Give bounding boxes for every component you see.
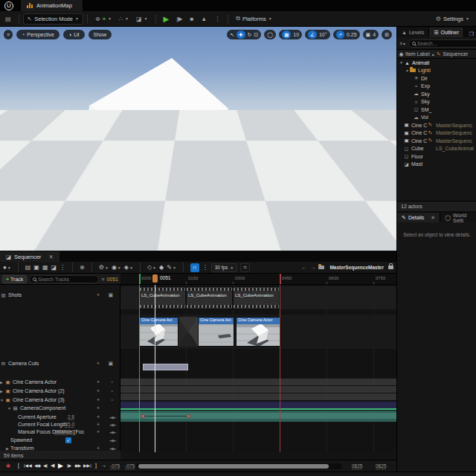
spawned-section[interactable] xyxy=(120,402,396,408)
shot-clip-1[interactable]: LS_CubeAnimation xyxy=(139,286,186,309)
outliner-row[interactable]: ☁Vol xyxy=(397,114,476,122)
viewport[interactable]: ≡ ◔Perspective ◑Lit Show ↖ ✚ ↻ ⊡ ◯ ▦10 ∠… xyxy=(0,27,396,251)
outliner-row-floor[interactable]: ◻Floor xyxy=(397,152,476,161)
next-key-button[interactable]: ◆▶ xyxy=(74,463,81,468)
add-actor-button[interactable]: ⊕+▼ xyxy=(91,13,115,25)
track-cine-camera-2[interactable]: ▶▣Cine Camera Actor (2)+▫ xyxy=(0,387,120,395)
playhead-line[interactable] xyxy=(155,285,155,452)
selection-mode-dropdown[interactable]: ↖ Selection Mode ▼ xyxy=(23,13,83,25)
camera3-section-bar[interactable] xyxy=(143,364,188,370)
spawned-checkbox[interactable]: ✓ xyxy=(65,437,71,443)
fps-dropdown[interactable]: 30 fps▼ xyxy=(211,263,238,272)
shot-clip-3[interactable]: LS_CubeAnimation xyxy=(233,286,280,309)
view-range-start-field[interactable]: -075 xyxy=(110,463,120,469)
key-nav[interactable]: ◂◆▸ xyxy=(109,415,116,419)
play-forward-button[interactable]: ▶ xyxy=(58,462,63,469)
track-filter-icon[interactable]: ≡ xyxy=(101,277,104,282)
unreal-logo-icon[interactable]: U xyxy=(4,1,13,10)
aperture-section[interactable] xyxy=(120,379,396,385)
camera-lock-icon[interactable]: ▣ xyxy=(108,361,113,367)
eject-button[interactable]: ▲ xyxy=(197,13,210,25)
track-search[interactable] xyxy=(29,275,99,283)
lock-icon[interactable] xyxy=(388,266,393,269)
tab-world-settings[interactable]: ◯World Setti xyxy=(440,213,476,222)
play-reverse-button[interactable]: ◀ xyxy=(51,463,54,469)
render-movie-button[interactable]: ◪ xyxy=(51,264,57,271)
track-search-input[interactable] xyxy=(38,277,95,282)
playback-end-marker[interactable] xyxy=(280,274,281,285)
select-tool-icon[interactable]: ↖ xyxy=(230,32,234,38)
camera-lock-icon[interactable]: ▫ xyxy=(112,388,113,393)
auto-key-dropdown[interactable]: ◇▼ xyxy=(147,264,156,271)
settings-dropdown[interactable]: ⚙Settings▼ xyxy=(432,13,473,25)
col-sequencer[interactable]: Sequencer xyxy=(443,51,469,57)
filter-icon[interactable]: ≡▼ xyxy=(399,41,406,46)
tab-levels[interactable]: ▲Levels xyxy=(397,28,429,37)
platforms-dropdown[interactable]: ⧉Platforms▼ xyxy=(232,13,275,25)
add-button[interactable]: + xyxy=(97,388,100,393)
focus-distance-section[interactable] xyxy=(120,393,396,400)
play-options-button[interactable]: ⋮ xyxy=(210,13,224,25)
keyframe[interactable] xyxy=(141,414,145,418)
shot-clip-2[interactable]: LS_CubeAnimation xyxy=(186,286,233,309)
pencil-icon[interactable]: ✎ xyxy=(437,51,441,57)
outliner-row-camera[interactable]: ▣Cine C✎MasterSequenc xyxy=(397,129,476,138)
scale-snap-control[interactable]: ↗0.25 xyxy=(333,30,360,39)
track-cine-camera-1[interactable]: ▶▣Cine Camera Actor+▫ xyxy=(0,378,120,386)
new-window-icon[interactable]: ❐ xyxy=(469,31,476,37)
aperture-value-field[interactable]: 2.8 xyxy=(68,414,74,420)
transform-section[interactable] xyxy=(120,411,396,422)
curve-editor-button[interactable]: ≈ xyxy=(240,263,249,272)
sequencer-tab[interactable]: ◪ Sequencer ✕ xyxy=(0,251,60,262)
timeline-ruler[interactable]: 0000 0150 0300 0450 0600 0750 0051 xyxy=(120,274,396,285)
grid-snap-control[interactable]: ▦10 xyxy=(279,30,302,39)
blueprints-dropdown[interactable]: ∴▼ xyxy=(115,13,132,25)
view-options-dropdown[interactable]: ◉▼ xyxy=(112,264,121,271)
working-range-end-field[interactable]: 0825 xyxy=(352,463,362,469)
level-tab[interactable]: AnimationMap xyxy=(21,0,83,11)
key-nav[interactable]: ◂◆▸ xyxy=(109,446,116,451)
playback-start-marker[interactable] xyxy=(139,274,141,285)
working-range-start-field[interactable]: -075 xyxy=(125,463,135,469)
lit-dropdown[interactable]: ◑Lit xyxy=(63,30,85,39)
rotate-tool-icon[interactable]: ↻ xyxy=(248,32,252,38)
outliner-row-cube[interactable]: ◻CubeLS_CubeAnimat xyxy=(397,145,476,153)
camera-lock-icon[interactable]: ▫ xyxy=(112,379,113,385)
rotation-snap-control[interactable]: ∠10° xyxy=(305,30,329,39)
track-camera-component[interactable]: ▼▤CameraComponent+ xyxy=(0,404,120,412)
camera-speed-control[interactable]: ▣4 xyxy=(363,30,379,39)
tab-details[interactable]: ✎Details✕ xyxy=(397,213,440,222)
sequence-breadcrumb[interactable]: MasterSequenceMaster xyxy=(329,265,384,270)
outliner-row-camera[interactable]: ▣Cine C✎MasterSequenc xyxy=(397,137,476,145)
outliner-search[interactable]: ▼ xyxy=(408,39,476,48)
add-shot-button[interactable]: + xyxy=(97,292,100,298)
save-button[interactable]: ▤ xyxy=(1,13,15,25)
playhead-handle[interactable] xyxy=(152,274,158,283)
add-button[interactable]: + xyxy=(97,379,100,385)
add-key-button[interactable]: + xyxy=(97,422,100,427)
playback-options-dropdown[interactable]: ◈▼ xyxy=(124,264,133,271)
camera-lock-icon[interactable]: ▫ xyxy=(112,397,113,402)
to-front-button[interactable]: |◀◀ xyxy=(24,463,32,468)
kebab-icon[interactable]: ⋮ xyxy=(60,264,65,271)
key-nav[interactable]: ◂◆▸ xyxy=(109,422,116,427)
outliner-row-folder[interactable]: ▼Lighti xyxy=(397,67,476,75)
outliner-row-master[interactable]: ◪Mast xyxy=(397,161,476,169)
add-key-button[interactable]: + xyxy=(97,429,100,434)
record-button[interactable]: ◉ xyxy=(6,463,10,469)
maximize-viewport-button[interactable]: ⊞ xyxy=(382,30,392,39)
track-camera-cuts[interactable]: ⊟Camera Cuts+▣ xyxy=(0,359,120,367)
track-shots[interactable]: ▥Shots+▣ xyxy=(0,291,120,299)
viewport-menu-button[interactable]: ≡ xyxy=(4,30,13,39)
scale-tool-icon[interactable]: ⊡ xyxy=(254,32,258,38)
add-track-button[interactable]: +Track xyxy=(2,275,27,283)
visibility-eye-icon[interactable]: ◉ xyxy=(397,51,405,57)
outliner-row-level[interactable]: ▼▲Animati xyxy=(397,59,476,67)
key-nav[interactable]: ◂◆▸ xyxy=(109,438,116,443)
close-icon[interactable]: ✕ xyxy=(431,215,435,221)
timeline-scrollbar-thumb[interactable] xyxy=(138,464,329,469)
camera-lock-icon[interactable]: ▣ xyxy=(108,292,113,298)
show-dropdown[interactable]: Show xyxy=(89,30,112,39)
back-button[interactable]: ← xyxy=(300,264,306,271)
camera-cut-crossfade[interactable] xyxy=(178,317,198,347)
